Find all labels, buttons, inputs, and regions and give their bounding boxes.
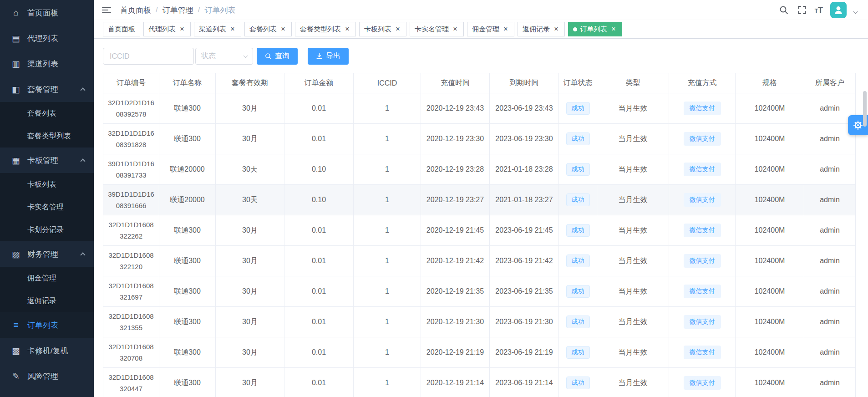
cell-expire_time: 2023-06-19 23:30 <box>490 124 559 154</box>
cell-name: 联通300 <box>159 215 216 246</box>
cell-pay_method: 微信支付 <box>669 124 736 154</box>
cell-recharge_time: 2020-12-19 23:27 <box>421 185 490 215</box>
tab[interactable]: 佣金管理× <box>467 22 514 36</box>
user-menu-caret-icon[interactable] <box>853 9 858 14</box>
iccid-input[interactable] <box>103 48 194 65</box>
status-badge: 成功 <box>566 224 590 237</box>
cell-order_no: 32D1D1D1608320708 <box>103 337 159 368</box>
navbar: 首页面板/订单管理/订单列表 TT <box>94 0 868 20</box>
tab-active[interactable]: 订单列表× <box>568 22 622 36</box>
breadcrumb-item[interactable]: 订单管理 <box>162 5 193 15</box>
search-button-label: 查询 <box>275 51 289 61</box>
sidebar-item[interactable]: ▨财务管理 <box>0 241 94 267</box>
tab[interactable]: 套餐类型列表× <box>295 22 356 36</box>
tab[interactable]: 首页面板 <box>103 22 140 36</box>
tab[interactable]: 卡板列表× <box>359 22 406 36</box>
cell-amount: 0.01 <box>284 246 354 276</box>
cell-iccid: 1 <box>354 276 421 307</box>
sidebar-subitem[interactable]: 返佣记录 <box>0 290 94 312</box>
sidebar-item[interactable]: ▥渠道列表 <box>0 51 94 76</box>
font-size-icon[interactable]: TT <box>815 6 823 14</box>
cell-iccid: 1 <box>354 337 421 368</box>
export-button[interactable]: 导出 <box>308 48 349 65</box>
fullscreen-icon[interactable] <box>797 5 807 15</box>
risk-manage-icon: ✎ <box>11 371 21 382</box>
column-header: 到期时间 <box>490 73 559 93</box>
cell-recharge_time: 2020-12-19 21:45 <box>421 215 490 246</box>
tab-label: 卡板列表 <box>364 25 391 34</box>
status-select[interactable]: 状态 <box>195 48 253 65</box>
hamburger-menu-icon[interactable] <box>102 5 113 15</box>
status-select-value: 状态 <box>201 51 216 61</box>
cell-recharge_time: 2020-12-19 23:28 <box>421 154 490 185</box>
cell-iccid: 1 <box>354 215 421 246</box>
search-icon[interactable] <box>778 5 789 15</box>
cell-customer: admin <box>804 246 856 276</box>
search-button[interactable]: 查询 <box>257 48 298 65</box>
cell-type: 当月生效 <box>597 276 669 307</box>
tab-close-icon[interactable]: × <box>610 25 617 33</box>
breadcrumb-item[interactable]: 首页面板 <box>120 5 151 15</box>
cell-expire_time: 2023-06-19 21:14 <box>490 368 559 397</box>
tab[interactable]: 套餐列表× <box>244 22 292 36</box>
sidebar: ⌂首页面板▤代理列表▥渠道列表◧套餐管理套餐列表套餐类型列表▦卡板管理卡板列表卡… <box>0 0 94 397</box>
cell-order_no: 32D1D1D1D1608391828 <box>103 124 159 154</box>
sidebar-item[interactable]: ▤代理列表 <box>0 25 94 51</box>
cell-spec: 102400M <box>736 246 804 276</box>
tab[interactable]: 渠道列表× <box>194 22 241 36</box>
sidebar-item[interactable]: ▩卡修机/复机 <box>0 338 94 363</box>
tab-close-icon[interactable]: × <box>229 25 236 33</box>
tab[interactable]: 卡实名管理× <box>410 22 464 36</box>
sidebar-item-label: 卡修机/复机 <box>27 346 68 356</box>
tab-close-icon[interactable]: × <box>344 25 351 33</box>
cell-name: 联通300 <box>159 276 216 307</box>
vertical-scrollbar[interactable] <box>863 91 867 127</box>
card-board-icon: ▦ <box>11 155 21 166</box>
cell-amount: 0.10 <box>284 154 354 185</box>
sidebar-item[interactable]: ◧套餐管理 <box>0 76 94 102</box>
cell-amount: 0.01 <box>284 215 354 246</box>
cell-customer: admin <box>804 276 856 307</box>
sidebar-item[interactable]: ✎风险管理 <box>0 363 94 389</box>
dashboard-icon: ⌂ <box>11 8 21 18</box>
sidebar-item-label: 风险管理 <box>27 371 58 382</box>
tab[interactable]: 代理列表× <box>143 22 191 36</box>
tab[interactable]: 返佣记录× <box>518 22 565 36</box>
tab-close-icon[interactable]: × <box>279 25 287 33</box>
sidebar-subitem[interactable]: 套餐类型列表 <box>0 125 94 148</box>
tab-close-icon[interactable]: × <box>553 25 560 33</box>
sidebar-subitem[interactable]: 套餐列表 <box>0 102 94 125</box>
cell-iccid: 1 <box>354 185 421 215</box>
sidebar-item-label: 渠道列表 <box>27 59 58 69</box>
tab-label: 渠道列表 <box>199 25 226 34</box>
sidebar-item-label: 财务管理 <box>27 249 58 260</box>
tab-close-icon[interactable]: × <box>502 25 509 33</box>
sidebar-subitem[interactable]: 卡板列表 <box>0 173 94 196</box>
tab-close-icon[interactable]: × <box>394 25 401 33</box>
sidebar-subitem[interactable]: 佣金管理 <box>0 267 94 290</box>
sidebar-item[interactable]: ▦卡板管理 <box>0 148 94 173</box>
cell-pay_method: 微信支付 <box>669 246 736 276</box>
cell-expire_time: 2023-06-19 21:35 <box>490 276 559 307</box>
sidebar-subitem[interactable]: 卡划分记录 <box>0 219 94 241</box>
column-header: ICCID <box>354 73 421 93</box>
pay-method-badge: 微信支付 <box>684 254 721 268</box>
tab-close-icon[interactable]: × <box>178 25 186 33</box>
sidebar-item[interactable]: ≡订单列表 <box>0 312 94 338</box>
sidebar-item[interactable]: ⌂首页面板 <box>0 0 94 25</box>
cell-customer: admin <box>804 368 856 397</box>
column-header: 订单编号 <box>103 73 159 93</box>
cell-status: 成功 <box>559 154 597 185</box>
cell-customer: admin <box>804 185 856 215</box>
sidebar-subitem[interactable]: 卡实名管理 <box>0 196 94 219</box>
cell-status: 成功 <box>559 124 597 154</box>
status-badge: 成功 <box>566 346 590 359</box>
tab-close-icon[interactable]: × <box>452 25 459 33</box>
cell-type: 当月生效 <box>597 246 669 276</box>
cell-recharge_time: 2020-12-19 21:19 <box>421 337 490 368</box>
avatar[interactable] <box>830 2 847 18</box>
status-badge: 成功 <box>566 316 590 328</box>
cell-amount: 0.01 <box>284 93 354 124</box>
table-row: 32D1D1D1608321697联通30030月0.0112020-12-19… <box>103 276 856 307</box>
cell-status: 成功 <box>559 307 597 337</box>
